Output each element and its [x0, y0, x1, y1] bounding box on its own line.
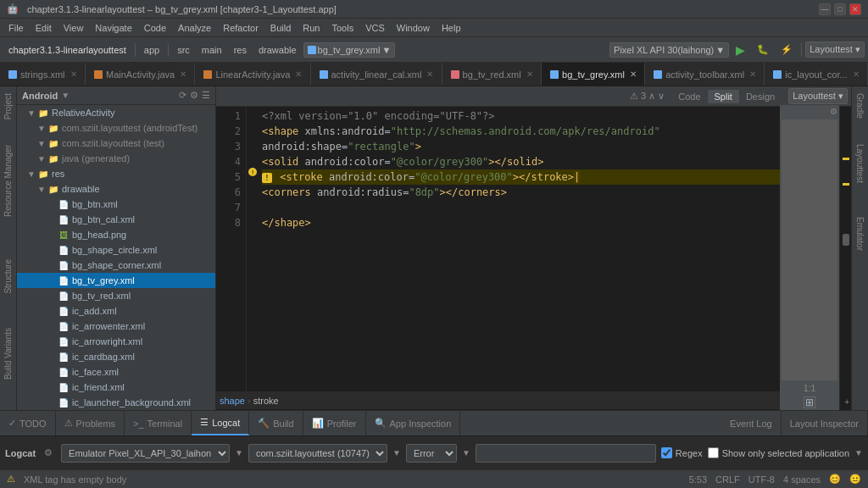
logcat-device-select[interactable]: Emulator Pixel_XL_API_30_laihon: [61, 444, 230, 463]
tab-todo[interactable]: ✓ TODO: [0, 411, 56, 435]
tree-relativeactivity[interactable]: ▼ 📁 RelativeActivity: [17, 105, 215, 120]
status-encoding[interactable]: UTF-8: [748, 474, 775, 485]
tab-linearactivity[interactable]: LinearActivity.java ✕: [195, 63, 310, 86]
minimize-button[interactable]: —: [819, 3, 831, 15]
tab-terminal[interactable]: >_ Terminal: [125, 411, 192, 435]
tree-ic-arrowenter[interactable]: 📄 ic_arrowenter.xml: [17, 319, 215, 334]
toolbar-res[interactable]: res: [229, 43, 252, 57]
menu-tools[interactable]: Tools: [326, 21, 359, 35]
sidebar-gear-icon[interactable]: ⚙: [190, 90, 198, 101]
toolbar-project-name[interactable]: chapter3.1.3-linearlayouttest: [3, 43, 131, 57]
tree-bg-head-png[interactable]: 🖼 bg_head.png: [17, 227, 215, 242]
split-mode-button[interactable]: Split: [708, 90, 739, 103]
toolbar-drawable[interactable]: drawable: [253, 43, 302, 57]
tab-problems[interactable]: ⚠ Problems: [56, 411, 125, 435]
logcat-only-selected-checkbox[interactable]: [708, 447, 719, 458]
profile-button[interactable]: ⚡: [776, 42, 798, 57]
sidebar-settings-icon[interactable]: ☰: [202, 90, 210, 101]
logcat-only-selected-arrow[interactable]: ▼: [854, 448, 863, 458]
tree-res[interactable]: ▼ 📁 res: [17, 166, 215, 181]
toolbar-file-dropdown[interactable]: bg_tv_grey.xml ▼: [303, 42, 396, 58]
layouttest-dropdown[interactable]: Layouttest ▾: [805, 42, 865, 58]
tab-strings-xml[interactable]: strings.xml ✕: [0, 63, 86, 86]
logcat-package-select[interactable]: com.sziit.layouttest (10747): [248, 444, 387, 463]
tab-close-bg-tv-grey[interactable]: ✕: [630, 69, 637, 79]
tree-ic-arrowright[interactable]: 📄 ic_arrowright.xml: [17, 334, 215, 349]
logcat-search-input[interactable]: [476, 444, 656, 463]
logcat-device-arrow[interactable]: ▼: [235, 448, 243, 458]
restore-button[interactable]: □: [834, 3, 846, 15]
tree-ic-friend[interactable]: 📄 ic_friend.xml: [17, 380, 215, 395]
tab-close-activity-toolbar[interactable]: ✕: [749, 69, 756, 79]
logcat-package-arrow[interactable]: ▼: [392, 448, 401, 458]
gradle-side-tab[interactable]: Gradle: [855, 93, 865, 119]
breadcrumb-shape[interactable]: shape: [220, 396, 245, 406]
logcat-settings-icon[interactable]: ⚙: [44, 447, 53, 458]
menu-code[interactable]: Code: [139, 21, 171, 35]
tab-bg-tv-grey[interactable]: bg_tv_grey.xml ✕: [542, 63, 645, 86]
tree-ic-launcher-background[interactable]: 📄 ic_launcher_background.xml: [17, 395, 215, 410]
sidebar-sync-icon[interactable]: ⟳: [179, 90, 186, 101]
tab-profiler[interactable]: 📊 Profiler: [303, 411, 366, 435]
tree-ic-cardbag[interactable]: 📄 ic_cardbag.xml: [17, 349, 215, 364]
tree-com-test[interactable]: ▼ 📁 com.sziit.layouttest (test): [17, 136, 215, 151]
tab-layout-inspector[interactable]: Layout Inspector: [782, 411, 868, 435]
scrollbar-markers[interactable]: +: [839, 107, 851, 410]
tree-bg-shape-circle[interactable]: 📄 bg_shape_circle.xml: [17, 242, 215, 258]
tab-ic-layout-cor[interactable]: ic_layout_cor... ✕: [765, 63, 868, 86]
toolbar-main[interactable]: main: [197, 43, 227, 57]
tab-activity-toolbar[interactable]: activity_toolbar.xml ✕: [645, 63, 765, 86]
run-button[interactable]: ▶: [731, 42, 750, 58]
project-side-tab[interactable]: Project: [3, 93, 13, 119]
code-mode-button[interactable]: Code: [671, 90, 707, 103]
tab-logcat[interactable]: ☰ Logcat: [192, 411, 249, 435]
menu-analyze[interactable]: Analyze: [173, 21, 216, 35]
tree-drawable[interactable]: ▼ 📁 drawable: [17, 181, 215, 197]
tab-event-log[interactable]: Event Log: [721, 411, 782, 435]
tree-bg-btn-cal-xml[interactable]: 📄 bg_btn_cal.xml: [17, 212, 215, 227]
preview-settings-icon[interactable]: ⚙: [830, 107, 837, 116]
tab-bg-tv-red[interactable]: bg_tv_red.xml ✕: [442, 63, 542, 86]
status-indent[interactable]: 4 spaces: [783, 474, 821, 485]
tab-close-ic-layout-cor[interactable]: ✕: [853, 69, 860, 79]
resource-manager-tab[interactable]: Resource Manager: [3, 145, 13, 217]
scroll-thumb[interactable]: [843, 234, 849, 246]
design-mode-button[interactable]: Design: [739, 90, 782, 103]
menu-vcs[interactable]: VCS: [360, 21, 390, 35]
tree-bg-tv-red[interactable]: 📄 bg_tv_red.xml: [17, 288, 215, 303]
breadcrumb-stroke[interactable]: stroke: [253, 396, 279, 406]
menu-view[interactable]: View: [58, 21, 89, 35]
layouttest-side-tab[interactable]: Layouttest: [855, 144, 865, 183]
emulator-side-tab[interactable]: Emulator: [855, 217, 865, 251]
logcat-level-arrow[interactable]: ▼: [462, 448, 470, 458]
close-button[interactable]: ✕: [849, 3, 861, 15]
menu-file[interactable]: File: [3, 21, 29, 35]
tree-java-generated[interactable]: ▼ 📁 java (generated): [17, 151, 215, 166]
toolbar-src[interactable]: src: [172, 43, 195, 57]
logcat-regex-checkbox[interactable]: [661, 447, 672, 458]
menu-run[interactable]: Run: [298, 21, 325, 35]
menu-edit[interactable]: Edit: [31, 21, 57, 35]
toolbar-app[interactable]: app: [139, 43, 164, 57]
tab-build[interactable]: 🔨 Build: [249, 411, 303, 435]
logcat-level-select[interactable]: Error: [406, 444, 457, 463]
tab-close-mainactivity[interactable]: ✕: [180, 69, 186, 79]
sidebar-android-arrow[interactable]: ▼: [61, 91, 70, 100]
menu-help[interactable]: Help: [437, 21, 466, 35]
menu-build[interactable]: Build: [265, 21, 296, 35]
tab-close-linearactivity[interactable]: ✕: [295, 69, 302, 79]
tree-bg-btn-xml[interactable]: 📄 bg_btn.xml: [17, 197, 215, 212]
tab-app-inspection[interactable]: 🔍 App Inspection: [366, 411, 461, 435]
layouttest-selector[interactable]: Layouttest ▾: [788, 88, 848, 104]
tab-close-strings[interactable]: ✕: [70, 69, 77, 79]
tab-mainactivity[interactable]: MainActivity.java ✕: [86, 63, 195, 86]
tree-com-androidtest[interactable]: ▼ 📁 com.sziit.layouttest (androidTest): [17, 120, 215, 136]
status-position[interactable]: 5:53: [689, 474, 707, 485]
toolbar-device-dropdown[interactable]: Pixel XL API 30(laihong) ▼: [609, 42, 729, 58]
menu-refactor[interactable]: Refactor: [218, 21, 264, 35]
preview-fit-icon[interactable]: ⊞: [804, 396, 815, 408]
code-text[interactable]: <?xml version="1.0" encoding="UTF-8"?> <…: [259, 107, 839, 410]
tab-close-bg-tv-red[interactable]: ✕: [526, 69, 533, 79]
tree-bg-tv-grey[interactable]: 📄 bg_tv_grey.xml: [17, 273, 215, 288]
tab-activity-linear-cal[interactable]: activity_linear_cal.xml ✕: [311, 63, 442, 86]
